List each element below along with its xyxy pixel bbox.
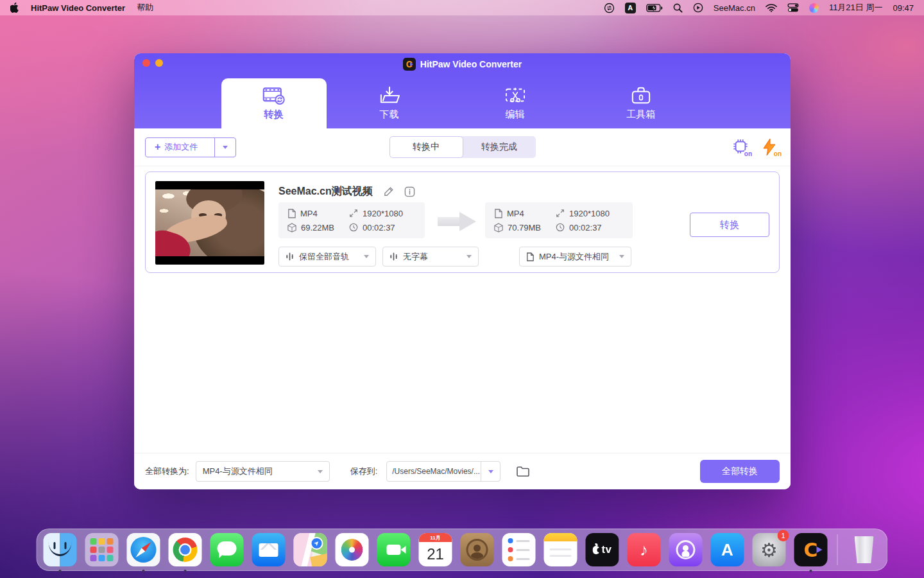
dock-icon-apple-tv[interactable]: tv xyxy=(586,533,619,566)
notification-badge: 1 xyxy=(778,530,789,541)
plus-icon: + xyxy=(155,142,160,152)
wifi-icon[interactable] xyxy=(766,3,777,13)
convert-all-format-value: MP4-与源文件相同 xyxy=(203,466,273,477)
tab-convert[interactable]: 转换 xyxy=(221,78,327,128)
source-info-panel: MP4 1920*1080 69.22MB 00:02:37 xyxy=(278,202,425,238)
dock-icon-facetime[interactable] xyxy=(377,533,411,566)
dock-icon-hitpaw[interactable]: C xyxy=(794,533,828,566)
format-file-icon xyxy=(526,252,534,261)
gpu-acceleration-icon[interactable]: on xyxy=(732,138,750,156)
target-resolution: 1920*1080 xyxy=(569,209,610,218)
menubar-time[interactable]: 09:47 xyxy=(893,3,914,13)
conversion-arrow-icon xyxy=(438,212,477,231)
info-icon[interactable] xyxy=(404,186,415,197)
spotlight-search-icon[interactable] xyxy=(673,3,683,13)
output-format-select[interactable]: MP4-与源文件相同 xyxy=(519,247,631,267)
add-files-button[interactable]: + 添加文件 xyxy=(145,137,236,157)
source-size: 69.22MB xyxy=(301,223,334,232)
open-folder-icon[interactable] xyxy=(516,466,530,477)
dock-icon-mail[interactable] xyxy=(252,533,286,566)
dock-icon-messages[interactable] xyxy=(210,533,244,566)
user-switch-icon[interactable] xyxy=(604,3,615,13)
target-size: 70.79MB xyxy=(508,223,541,232)
dock-icon-chrome[interactable] xyxy=(169,533,202,566)
window-header: C HitPaw Video Converter 转换 下载 编辑 xyxy=(134,53,791,128)
chevron-down-icon xyxy=(466,255,472,258)
hitpaw-logo-icon: C xyxy=(403,58,416,71)
calendar-day-label: 21 xyxy=(419,542,452,566)
convert-all-button[interactable]: 全部转换 xyxy=(700,460,780,483)
battery-icon[interactable] xyxy=(646,3,663,13)
lossless-acceleration-icon[interactable]: on xyxy=(762,138,780,156)
tab-toolbox-label: 工具箱 xyxy=(626,109,655,121)
app-window: C HitPaw Video Converter 转换 下载 编辑 xyxy=(134,53,791,489)
dock-icon-finder[interactable] xyxy=(44,533,77,566)
calendar-month-label: 11月 xyxy=(419,533,452,542)
menubar-menu-help[interactable]: 帮助 xyxy=(137,2,153,13)
rename-icon[interactable] xyxy=(383,186,394,197)
convert-all-label: 全部转换为: xyxy=(145,466,189,477)
siri-icon[interactable] xyxy=(809,3,819,13)
dock-icon-launchpad[interactable] xyxy=(85,533,119,566)
dock-icon-contacts[interactable] xyxy=(461,533,494,566)
file-list: SeeMac.cn测试视频 MP4 1920*1080 69.22MB 00:0… xyxy=(134,166,791,453)
dock-icon-reminders[interactable] xyxy=(502,533,536,566)
tab-convert-label: 转换 xyxy=(264,109,284,121)
dock-icon-photos[interactable] xyxy=(336,533,369,566)
apple-icon[interactable] xyxy=(10,3,19,13)
bottom-bar: 全部转换为: MP4-与源文件相同 保存到: /Users/SeeMac/Mov… xyxy=(134,453,791,489)
audio-track-icon xyxy=(286,252,294,261)
convert-all-format-select[interactable]: MP4-与源文件相同 xyxy=(196,461,330,482)
toolbox-tab-icon xyxy=(631,86,651,105)
segment-converted[interactable]: 转换完成 xyxy=(463,136,536,158)
save-path-value: /Users/SeeMac/Movies/... xyxy=(387,467,481,476)
dock-icon-podcasts[interactable] xyxy=(669,533,703,566)
toolbar: + 添加文件 转换中 转换完成 on on xyxy=(134,128,791,166)
acceleration-toggles: on on xyxy=(732,138,780,156)
subtitle-value: 无字幕 xyxy=(403,251,428,263)
dock-icon-app-store[interactable]: A xyxy=(711,533,744,566)
control-center-icon[interactable] xyxy=(787,3,799,13)
video-thumbnail[interactable] xyxy=(155,181,264,265)
tab-download[interactable]: 下载 xyxy=(327,78,452,128)
tab-edit[interactable]: 编辑 xyxy=(452,78,578,128)
segment-converting[interactable]: 转换中 xyxy=(389,136,463,158)
queue-segmented-control: 转换中 转换完成 xyxy=(389,136,536,158)
target-info-panel: MP4 1920*1080 70.79MB 00:02:37 xyxy=(485,202,633,238)
dock-icon-trash[interactable] xyxy=(848,533,881,566)
dock: ➤ 11月 21 tv ♪ A 1 ⚙ C xyxy=(37,529,888,571)
convert-button[interactable]: 转换 xyxy=(690,213,769,237)
menubar-date[interactable]: 11月21日 周一 xyxy=(829,2,883,13)
gear-glyph: ⚙ xyxy=(760,539,778,561)
file-row[interactable]: SeeMac.cn测试视频 MP4 1920*1080 69.22MB 00:0… xyxy=(145,171,780,273)
chevron-down-icon xyxy=(318,470,323,473)
main-tabs: 转换 下载 编辑 工具箱 xyxy=(134,78,791,128)
save-path-select[interactable]: /Users/SeeMac/Movies/... xyxy=(386,461,501,482)
target-format: MP4 xyxy=(507,209,524,218)
bolt-on-label: on xyxy=(774,150,782,157)
subtitle-icon xyxy=(389,252,398,261)
file-name: SeeMac.cn测试视频 xyxy=(278,185,373,198)
window-title: HitPaw Video Converter xyxy=(420,59,522,69)
tab-download-label: 下载 xyxy=(380,109,399,121)
dock-icon-notes[interactable] xyxy=(544,533,578,566)
audio-track-select[interactable]: 保留全部音轨 xyxy=(278,247,376,267)
file-name-row: SeeMac.cn测试视频 xyxy=(278,185,415,198)
appletv-label: tv xyxy=(601,543,612,556)
dock-icon-safari[interactable] xyxy=(127,533,160,566)
menubar-account-name[interactable]: SeeMac.cn xyxy=(714,3,755,13)
tab-edit-label: 编辑 xyxy=(506,109,525,121)
dock-icon-maps[interactable]: ➤ xyxy=(294,533,327,566)
dock-icon-calendar[interactable]: 11月 21 xyxy=(419,533,452,566)
dock-icon-music[interactable]: ♪ xyxy=(628,533,661,566)
save-path-dropdown-arrow[interactable] xyxy=(481,462,500,481)
thumbnail-photo xyxy=(155,189,264,256)
tab-toolbox[interactable]: 工具箱 xyxy=(578,78,704,128)
dock-icon-system-preferences[interactable]: 1 ⚙ xyxy=(753,533,786,566)
now-playing-icon[interactable] xyxy=(693,3,703,13)
appstore-label: A xyxy=(721,540,733,560)
add-files-dropdown-arrow[interactable] xyxy=(214,138,235,157)
menubar-app-name[interactable]: HitPaw Video Converter xyxy=(31,3,125,13)
subtitle-select[interactable]: 无字幕 xyxy=(382,247,479,267)
input-source-icon[interactable]: A xyxy=(625,3,636,13)
